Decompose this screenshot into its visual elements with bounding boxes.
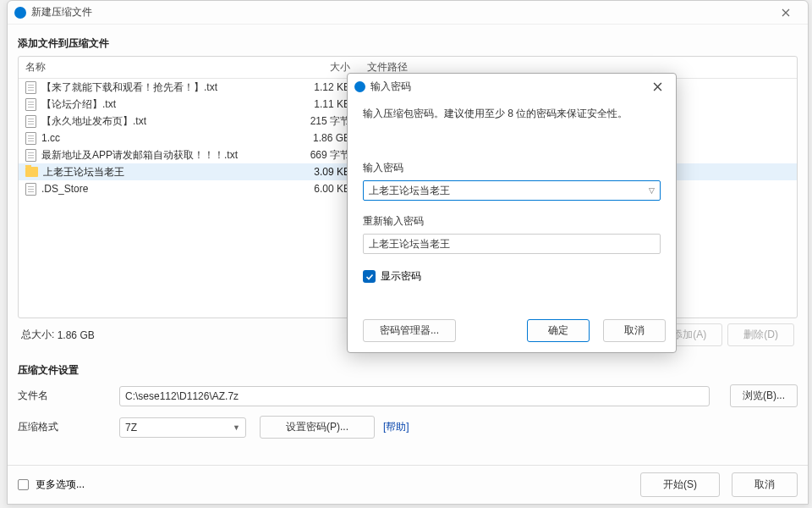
file-name: 【永久地址发布页】.txt (41, 114, 146, 129)
file-name-cell: 【永久地址发布页】.txt (19, 114, 306, 129)
file-name-cell: 【来了就能下载和观看！抢先看！】.txt (19, 80, 306, 95)
total-size-value: 1.86 GB (58, 329, 95, 341)
document-icon (25, 81, 36, 94)
document-icon (25, 115, 36, 128)
column-name[interactable]: 名称 (19, 60, 306, 75)
titlebar: 新建压缩文件 (8, 1, 808, 25)
file-name: 【论坛介绍】.txt (41, 97, 116, 112)
show-password-row: 显示密码 (363, 269, 661, 284)
filename-row: 文件名 浏览(B)... (18, 384, 798, 407)
file-name-cell: 【论坛介绍】.txt (19, 97, 306, 112)
file-name-cell: 1.cc (19, 132, 306, 145)
folder-icon (25, 167, 38, 177)
show-password-checkbox[interactable] (363, 270, 376, 283)
filename-input[interactable] (119, 386, 710, 406)
document-icon (25, 183, 36, 196)
delete-button[interactable]: 删除(D) (727, 323, 794, 346)
file-name: 1.cc (41, 132, 60, 144)
close-window-button[interactable] (771, 3, 801, 23)
settings-section-label: 压缩文件设置 (18, 363, 798, 378)
file-name-cell: 最新地址及APP请发邮箱自动获取！！！.txt (19, 148, 306, 163)
cancel-button[interactable]: 取消 (732, 472, 798, 497)
format-value: 7Z (125, 422, 137, 433)
file-name-cell: .DS_Store (19, 183, 306, 196)
chevron-down-icon: ▼ (233, 423, 240, 432)
password-dialog: 输入密码 输入压缩包密码。建议使用至少 8 位的密码来保证安全性。 输入密码 上… (347, 73, 677, 353)
add-files-label: 添加文件到压缩文件 (18, 36, 798, 51)
file-name: 【来了就能下载和观看！抢先看！】.txt (41, 80, 217, 95)
repeat-password-value: 上老王论坛当老王 (369, 237, 450, 251)
check-icon (365, 273, 374, 281)
help-link[interactable]: [帮助] (383, 420, 409, 434)
document-icon (25, 149, 36, 162)
format-label: 压缩格式 (18, 420, 111, 434)
app-icon (14, 7, 26, 19)
dialog-footer: 密码管理器... 确定 取消 (348, 312, 676, 352)
chevron-down-icon: ▽ (649, 186, 655, 195)
file-name: 上老王论坛当老王 (43, 165, 124, 179)
ok-button[interactable]: 确定 (527, 319, 590, 342)
dialog-close-button[interactable] (645, 77, 669, 96)
password-input[interactable]: 上老王论坛当老王 ▽ (363, 180, 661, 201)
window-title: 新建压缩文件 (31, 5, 771, 19)
document-icon (25, 98, 36, 111)
password-hint: 输入压缩包密码。建议使用至少 8 位的密码来保证安全性。 (363, 106, 661, 122)
dialog-cancel-button[interactable]: 取消 (603, 319, 666, 342)
dialog-app-icon (354, 81, 365, 92)
file-name: .DS_Store (41, 183, 88, 195)
set-password-button[interactable]: 设置密码(P)... (260, 416, 375, 439)
format-select[interactable]: 7Z ▼ (119, 417, 246, 438)
repeat-password-input[interactable]: 上老王论坛当老王 (363, 234, 661, 254)
format-row: 压缩格式 7Z ▼ 设置密码(P)... [帮助] (18, 416, 798, 439)
file-name-cell: 上老王论坛当老王 (19, 165, 306, 179)
close-icon (782, 8, 790, 17)
browse-button[interactable]: 浏览(B)... (730, 384, 798, 407)
password-value: 上老王论坛当老王 (369, 184, 450, 198)
repeat-password-label: 重新输入密码 (363, 214, 661, 229)
more-options-checkbox[interactable] (18, 479, 29, 490)
file-name: 最新地址及APP请发邮箱自动获取！！！.txt (41, 148, 238, 163)
password-manager-button[interactable]: 密码管理器... (363, 319, 456, 342)
document-icon (25, 132, 36, 145)
dialog-title: 输入密码 (370, 80, 645, 94)
dialog-body: 输入压缩包密码。建议使用至少 8 位的密码来保证安全性。 输入密码 上老王论坛当… (348, 99, 676, 312)
password-label: 输入密码 (363, 161, 661, 175)
bottom-bar: 更多选项... 开始(S) 取消 (8, 465, 808, 504)
start-button[interactable]: 开始(S) (640, 472, 720, 497)
show-password-label: 显示密码 (381, 269, 421, 284)
filename-label: 文件名 (18, 389, 111, 403)
total-size-label: 总大小: (21, 328, 54, 342)
more-options-label: 更多选项... (36, 478, 85, 492)
dialog-titlebar: 输入密码 (348, 74, 676, 99)
close-icon (653, 82, 662, 91)
